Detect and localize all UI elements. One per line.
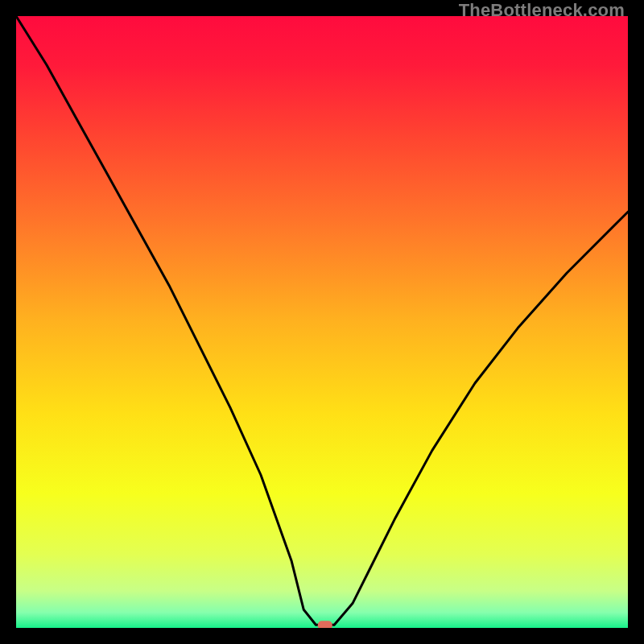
watermark-text: TheBottleneck.com bbox=[459, 0, 625, 21]
chart-background bbox=[16, 16, 628, 628]
chart-frame bbox=[16, 16, 628, 628]
bottleneck-chart bbox=[16, 16, 628, 628]
minimum-marker bbox=[318, 621, 332, 628]
